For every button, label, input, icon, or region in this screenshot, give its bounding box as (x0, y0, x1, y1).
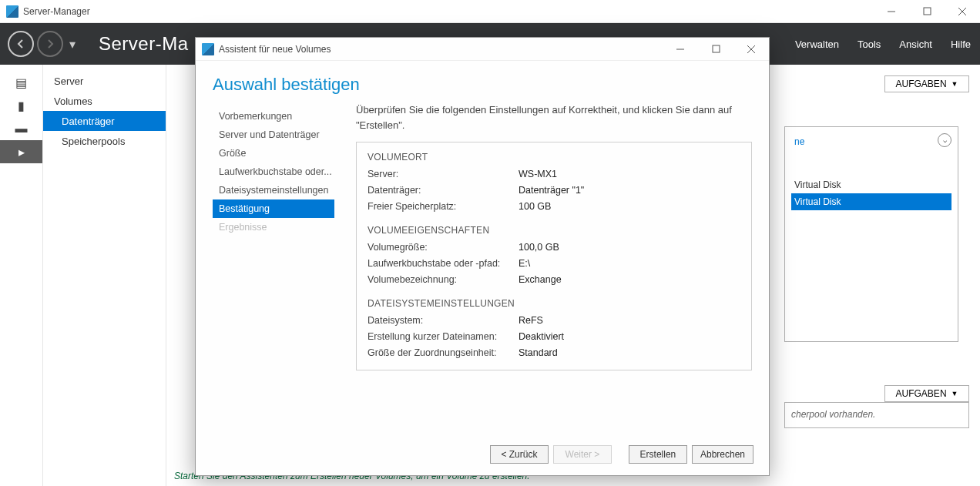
summary-key: Laufwerkbuchstabe oder -pfad: (368, 258, 519, 269)
right-panel-2: AUFGABEN▼ cherpool vorhanden. (784, 385, 969, 428)
tasks-label: AUFGABEN (896, 388, 947, 399)
intro-text: Überprüfen Sie die folgenden Einstellung… (356, 102, 752, 132)
summary-value: WS-MX1 (519, 169, 557, 179)
nav-item-datentraeger[interactable]: Datenträger (43, 111, 166, 131)
new-volume-wizard-dialog: Assistent für neue Volumes Auswahl bestä… (195, 37, 770, 476)
nav-item-server[interactable]: Server (43, 71, 166, 91)
step-bestaetigung[interactable]: Bestätigung (213, 199, 334, 218)
virtual-disk-frame: ⌵ ne Virtual Disk Virtual Disk (784, 126, 958, 342)
step-laufwerkbuchstabe[interactable]: Laufwerkbuchstabe oder... (213, 163, 334, 181)
dialog-heading: Auswahl bestätigen (196, 61, 769, 102)
nav-forward-button[interactable] (37, 31, 63, 57)
nav-item-volumes[interactable]: Volumes (43, 91, 166, 111)
step-ergebnisse: Ergebnisse (213, 218, 334, 236)
nav-item-speicherpools[interactable]: Speicherpools (43, 131, 166, 151)
summary-row: Erstellung kurzer Dateinamen:Deaktiviert (368, 328, 740, 344)
wizard-steps: Vorbemerkungen Server und Datenträger Gr… (213, 102, 334, 434)
summary-box: VOLUMEORT Server:WS-MX1 Datenträger:Date… (356, 142, 752, 370)
step-groesse[interactable]: Größe (213, 144, 334, 163)
close-button[interactable] (945, 0, 980, 23)
summary-row: Laufwerkbuchstabe oder -pfad:E:\ (368, 255, 740, 271)
summary-row: Datenträger:Datenträger "1" (368, 182, 740, 198)
dialog-minimize-button[interactable] (663, 38, 698, 61)
summary-value: 100,0 GB (519, 242, 559, 253)
app-icon (6, 5, 18, 18)
nav-dropdown-icon[interactable]: ▾ (69, 37, 76, 52)
tasks-dropdown-1[interactable]: AUFGABEN▼ (884, 75, 969, 92)
dialog-maximize-button[interactable] (698, 38, 733, 61)
menu-verwalten[interactable]: Verwalten (786, 23, 848, 65)
section-head: DATEISYSTEMEINSTELLUNGEN (368, 298, 740, 309)
summary-key: Datenträger: (368, 185, 519, 196)
menu-hilfe[interactable]: Hilfe (941, 23, 980, 65)
next-button: Weiter > (553, 445, 612, 464)
summary-row: Freier Speicherplatz:100 GB (368, 198, 740, 214)
list-link[interactable]: ne (791, 133, 951, 150)
summary-key: Volumegröße: (368, 242, 519, 253)
pool-hint: cherpool vorhanden. (791, 409, 875, 420)
rail-storage-icon[interactable]: ▸ (0, 140, 42, 163)
chevron-down-icon: ▼ (951, 390, 958, 397)
summary-value: 100 GB (519, 201, 551, 212)
summary-row: Dateisystem:ReFS (368, 312, 740, 328)
app-titlebar: Server-Manager (0, 0, 980, 23)
dialog-title: Assistent für neue Volumes (219, 44, 331, 55)
right-panel-1: AUFGABEN▼ ⌵ ne Virtual Disk Virtual Disk (784, 75, 969, 342)
summary-row: Größe der Zuordnungseinheit:Standard (368, 344, 740, 360)
summary-value: Standard (519, 347, 558, 358)
summary-key: Volumebezeichnung: (368, 274, 519, 285)
virtual-disk-row[interactable]: Virtual Disk (791, 193, 951, 210)
dialog-footer: < Zurück Weiter > Erstellen Abbrechen (196, 434, 769, 475)
nav-column: Server Volumes Datenträger Speicherpools (43, 65, 166, 486)
nav-label: Server (54, 75, 83, 87)
tasks-dropdown-2[interactable]: AUFGABEN▼ (884, 385, 969, 402)
rail-server-icon[interactable]: ▮ (0, 94, 42, 117)
chevron-down-icon: ▼ (951, 80, 958, 88)
step-vorbemerkungen[interactable]: Vorbemerkungen (213, 107, 334, 126)
dialog-close-button[interactable] (733, 38, 769, 61)
nav-label: Datenträger (62, 116, 115, 127)
menu-tools[interactable]: Tools (848, 23, 890, 65)
icon-rail: ▤ ▮ ▬ ▸ (0, 65, 43, 486)
nav-label: Volumes (54, 96, 92, 107)
wizard-detail: Überprüfen Sie die folgenden Einstellung… (334, 102, 752, 434)
summary-row: Volumegröße:100,0 GB (368, 239, 740, 255)
summary-row: Server:WS-MX1 (368, 166, 740, 182)
svg-rect-1 (924, 8, 931, 15)
minimize-button[interactable] (874, 0, 909, 23)
summary-value: Datenträger "1" (519, 185, 584, 196)
summary-key: Größe der Zuordnungseinheit: (368, 347, 519, 358)
svg-rect-5 (713, 45, 720, 52)
nav-label: Speicherpools (62, 136, 125, 147)
maximize-button[interactable] (909, 0, 945, 23)
summary-key: Freier Speicherplatz: (368, 201, 519, 212)
summary-value: E:\ (519, 258, 530, 269)
summary-value: Deaktiviert (519, 331, 564, 342)
virtual-disk-row[interactable]: Virtual Disk (791, 176, 951, 193)
summary-value: ReFS (519, 315, 543, 326)
nav-back-button[interactable] (8, 31, 34, 57)
tasks-label: AUFGABEN (896, 79, 947, 89)
banner-title: Server-Ma (99, 33, 189, 55)
section-head: VOLUMEEIGENSCHAFTEN (368, 225, 740, 236)
step-server-datentraeger[interactable]: Server und Datenträger (213, 126, 334, 144)
create-button[interactable]: Erstellen (629, 445, 687, 464)
summary-key: Dateisystem: (368, 315, 519, 326)
rail-volumes-icon[interactable]: ▬ (0, 117, 42, 140)
summary-key: Erstellung kurzer Dateinamen: (368, 331, 519, 342)
rail-dashboard-icon[interactable]: ▤ (0, 71, 42, 94)
back-button[interactable]: < Zurück (490, 445, 549, 464)
summary-key: Server: (368, 169, 519, 179)
summary-value: Exchange (519, 274, 562, 285)
step-dateisystem[interactable]: Dateisystemeinstellungen (213, 181, 334, 199)
summary-row: Volumebezeichnung:Exchange (368, 271, 740, 287)
menu-ansicht[interactable]: Ansicht (890, 23, 941, 65)
section-head: VOLUMEORT (368, 152, 740, 163)
dialog-titlebar: Assistent für neue Volumes (196, 38, 769, 61)
cancel-button[interactable]: Abbrechen (692, 445, 753, 464)
expand-icon[interactable]: ⌵ (938, 133, 951, 147)
app-title: Server-Manager (23, 6, 90, 17)
pool-hint-frame: cherpool vorhanden. (784, 402, 969, 428)
dialog-icon (202, 43, 214, 55)
